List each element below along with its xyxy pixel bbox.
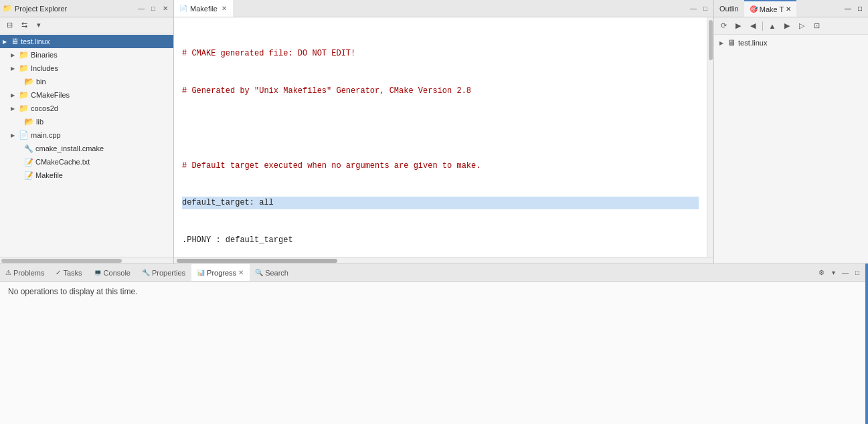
tree-label-includes: Includes [31,64,58,72]
code-line-3 [182,122,699,135]
bottom-tab-properties[interactable]: 🔧 Properties [137,264,191,281]
right-tab-make-label: Make T [760,5,784,13]
tree-item-cmake-install[interactable]: ▶ 🔧 cmake_install.cmake [0,142,173,155]
right-toolbar-sep [762,21,763,31]
bottom-tab-console[interactable]: 💻 Console [88,264,137,281]
tree-expand-includes: ▶ [11,66,19,72]
tree-label-bin: bin [36,78,46,86]
tree-icon-lib: 📂 [24,117,34,126]
project-explorer-tree: ▶ 🖥 test.linux ▶ 📁 Binaries ▶ 📁 Includes… [0,33,173,257]
tree-item-includes[interactable]: ▶ 📁 Includes [0,62,173,75]
collapse-all-btn[interactable]: ⊟ [3,19,16,31]
tree-expand-cocos2d: ▶ [11,106,19,112]
right-toolbar-btn-1[interactable]: ⟳ [717,20,730,32]
tree-item-cocos2d[interactable]: ▶ 📁 cocos2d [0,102,173,115]
tree-item-main-cpp[interactable]: ▶ 📄 main.cpp [0,128,173,142]
tree-icon-makefile: 📝 [24,171,33,180]
tree-expand-test-linux: ▶ [3,39,11,45]
tree-label-lib: lib [36,118,44,126]
bottom-tab-progress-icon: 📊 [197,269,205,276]
tree-label-cmake-install: cmake_install.cmake [35,144,104,152]
editor-scrollbar-h[interactable] [174,257,713,263]
bottom-tab-search[interactable]: 🔍 Search [250,264,294,281]
right-toolbar-btn-6[interactable]: ▷ [795,20,808,32]
link-editor-btn[interactable]: ⇆ [17,19,31,31]
tree-item-binaries[interactable]: ▶ 📁 Binaries [0,48,173,62]
editor-tab-label: Makefile [190,5,218,13]
project-explorer-panel: 📁 Project Explorer — □ ✕ ⊟ ⇆ ▾ ▶ 🖥 test.… [0,0,174,263]
right-tab-make-targets[interactable]: 🎯 Make T ✕ [744,0,796,17]
editor-main: # CMAKE generated file: DO NOT EDIT! # G… [174,17,713,257]
right-toolbar-btn-3[interactable]: ◀ [746,20,760,32]
bottom-content: No operations to display at this time. [0,282,865,424]
editor-tab-close[interactable]: ✕ [220,5,228,12]
bottom-tab-problems-icon: ⚠ [5,269,11,276]
right-tab-outline-label: Outlin [719,5,739,13]
bottom-tab-progress[interactable]: 📊 Progress ✕ [191,264,250,281]
bottom-tab-problems-label: Problems [13,269,44,277]
tree-icon-binaries: 📁 [19,50,29,60]
bottom-tab-tasks[interactable]: ✓ Tasks [50,264,88,281]
bottom-tab-tasks-icon: ✓ [56,269,61,276]
tree-scrollbar-thumb [1,259,122,263]
code-line-1: # CMAKE generated file: DO NOT EDIT! [182,47,699,60]
editor-tab-makefile[interactable]: 📄 Makefile ✕ [174,0,234,17]
right-panel-minimize-btn[interactable]: — [843,3,853,14]
bottom-minimize-btn[interactable]: — [840,268,851,278]
right-toolbar-btn-7[interactable]: ⊡ [810,20,823,32]
tree-dropdown-btn[interactable]: ▾ [32,19,46,31]
tree-label-test-linux: test.linux [21,37,50,45]
project-explorer-toolbar: ⊟ ⇆ ▾ [0,17,173,33]
project-explorer-icon: 📁 [3,4,12,13]
right-tab-make-close[interactable]: ✕ [786,5,791,13]
right-content: ▶ 🖥 test.linux [714,35,868,263]
tree-icon-main-cpp: 📄 [19,130,29,140]
editor-tab-bar: 📄 Makefile ✕ — □ [174,0,713,17]
editor-maximize-btn[interactable]: □ [700,3,711,14]
tree-item-makefile[interactable]: ▶ 📝 Makefile [0,169,173,182]
bottom-gear-btn[interactable]: ⚙ [816,268,827,278]
tree-scrollbar-h[interactable] [0,257,173,263]
bottom-tab-progress-close[interactable]: ✕ [238,269,244,276]
right-panel-maximize-btn[interactable]: □ [855,3,865,14]
editor-vscroll-thumb [709,20,713,60]
tree-item-cmake-cache[interactable]: ▶ 📝 CMakeCache.txt [0,155,173,169]
right-tab-outline[interactable]: Outlin [714,0,744,17]
code-content: # CMAKE generated file: DO NOT EDIT! # G… [174,17,707,257]
bottom-tab-properties-label: Properties [152,269,185,277]
right-tab-bar: Outlin 🎯 Make T ✕ — □ [714,0,868,17]
tree-icon-cmake-install: 🔧 [24,144,33,153]
bottom-tab-console-icon: 💻 [94,269,102,276]
tree-item-cmakefiles[interactable]: ▶ 📁 CMakeFiles [0,88,173,102]
right-toolbar-btn-4[interactable]: ▲ [766,20,779,32]
right-toolbar-btn-2[interactable]: ▶ [731,20,745,32]
bottom-panel: ⚠ Problems ✓ Tasks 💻 Console 🔧 Propertie… [0,263,865,424]
tree-item-lib[interactable]: ▶ 📂 lib [0,115,173,128]
editor-tab-actions: — □ [685,3,713,14]
bottom-maximize-btn[interactable]: □ [852,268,863,278]
editor-hscroll-thumb [177,259,337,263]
project-explorer-maximize-btn[interactable]: □ [148,3,159,14]
right-tree-icon-test-linux: 🖥 [727,38,735,47]
tree-expand-main-cpp: ▶ [11,132,19,138]
editor-scrollbar-v[interactable] [707,17,713,257]
editor-tab-icon: 📄 [179,5,187,12]
editor-minimize-btn[interactable]: — [688,3,699,14]
code-line-2: # Generated by "Unix Makefiles" Generato… [182,85,699,98]
bottom-dropdown-btn[interactable]: ▾ [828,268,839,278]
right-toolbar-btn-5[interactable]: ▶ [780,20,794,32]
project-explorer-minimize-btn[interactable]: — [136,3,147,14]
right-toolbar: ⟳ ▶ ◀ ▲ ▶ ▷ ⊡ [714,17,868,35]
project-explorer-close-btn[interactable]: ✕ [160,3,171,14]
tree-icon-cocos2d: 📁 [19,104,29,113]
project-explorer-title-text: Project Explorer [15,5,67,13]
bottom-tab-search-label: Search [265,269,288,277]
tree-label-makefile: Makefile [35,171,63,179]
tree-item-bin[interactable]: ▶ 📂 bin [0,75,173,88]
right-tree-label-test-linux: test.linux [738,39,767,47]
tree-item-test-linux[interactable]: ▶ 🖥 test.linux [0,35,173,48]
bottom-tab-problems[interactable]: ⚠ Problems [0,264,50,281]
code-line-5: default_target: all [182,197,699,209]
editor-area[interactable]: # CMAKE generated file: DO NOT EDIT! # G… [174,17,707,257]
right-tree-item-test-linux[interactable]: ▶ 🖥 test.linux [714,36,868,49]
